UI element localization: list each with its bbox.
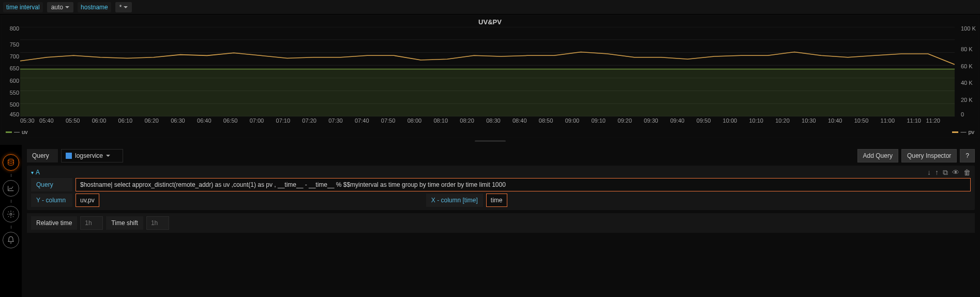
duplicate-icon[interactable]: ⧉ — [943, 169, 948, 176]
var-label-hostname: hostname — [78, 2, 111, 12]
datasource-color-icon — [66, 153, 72, 159]
var-value-text: auto — [51, 4, 63, 11]
chevron-down-icon — [124, 6, 128, 8]
y-axis-right: 100 K80 K60 K40 K20 K0 — [959, 27, 979, 116]
field-label-x: X - column [time] — [426, 194, 483, 207]
var-label-time-interval: time interval — [3, 2, 43, 12]
graph-svg — [20, 27, 955, 116]
legend: — uv — pv — [2, 128, 978, 137]
legend-swatch-pv — [952, 131, 958, 133]
database-icon — [7, 158, 15, 167]
add-query-button[interactable]: Add Query — [857, 149, 898, 162]
query-header[interactable]: ▾ A ↓ ↑ ⧉ 👁 🗑 — [31, 169, 971, 176]
legend-label: pv — [968, 129, 974, 135]
y-axis-left: 800750700650600550500450 — [1, 27, 21, 116]
tab-general[interactable] — [3, 206, 19, 222]
move-down-icon[interactable]: ↓ — [927, 169, 931, 176]
editor-body: Query logservice Add Query Query Inspect… — [22, 145, 980, 297]
legend-label: uv — [22, 129, 28, 135]
time-options-row: Relative time Time shift — [27, 213, 975, 233]
query-inspector-button[interactable]: Query Inspector — [901, 149, 957, 162]
panel-title[interactable]: UV&PV — [2, 16, 978, 27]
relative-time-label: Relative time — [31, 216, 77, 230]
toggle-visibility-icon[interactable]: 👁 — [952, 169, 959, 176]
tab-alert[interactable] — [3, 232, 19, 248]
query-a-block: ▾ A ↓ ↑ ⧉ 👁 🗑 Query $hostname| select ap… — [27, 166, 975, 210]
chevron-down-icon — [65, 6, 69, 8]
delete-icon[interactable]: 🗑 — [963, 169, 971, 176]
svg-point-8 — [8, 159, 14, 161]
legend-item-uv[interactable]: — uv — [6, 129, 28, 135]
field-label-y: Y - column — [31, 194, 72, 207]
relative-time-input[interactable] — [80, 216, 103, 230]
legend-item-pv[interactable]: — pv — [952, 129, 974, 135]
query-label: Query — [27, 149, 58, 162]
x-axis: 05:3005:4005:5006:0006:1006:2006:3006:40… — [20, 117, 955, 128]
field-label-query: Query — [31, 178, 72, 191]
query-input[interactable]: $hostname| select approx_distinct(remote… — [76, 178, 971, 191]
chevron-down-icon — [106, 155, 110, 157]
editor-tabs — [0, 145, 22, 297]
graph-panel: UV&PV 800750700650600550500450 100 K80 K… — [1, 16, 979, 138]
tab-metrics[interactable] — [3, 154, 19, 171]
template-var-row: time interval auto hostname * — [0, 0, 980, 14]
var-value-text: * — [119, 4, 122, 11]
chart-icon — [7, 184, 15, 192]
var-select-time-interval[interactable]: auto — [47, 2, 73, 12]
plot-area[interactable] — [20, 27, 955, 116]
help-button[interactable]: ? — [960, 149, 975, 162]
gear-icon — [7, 210, 15, 218]
move-up-icon[interactable]: ↑ — [935, 169, 939, 176]
chart[interactable]: 800750700650600550500450 100 K80 K60 K40… — [5, 27, 975, 128]
columns-row: Y - column uv,pv X - column [time] time — [31, 194, 971, 207]
var-select-hostname[interactable]: * — [115, 2, 132, 12]
collapse-icon: ▾ — [31, 170, 34, 175]
panel-editor: Query logservice Add Query Query Inspect… — [0, 145, 980, 297]
legend-swatch-uv — [6, 131, 12, 133]
query-letter: A — [36, 169, 40, 176]
query-actions: ↓ ↑ ⧉ 👁 🗑 — [927, 169, 971, 176]
datasource-name: logservice — [75, 152, 103, 159]
datasource-row: Query logservice Add Query Query Inspect… — [27, 149, 975, 162]
datasource-select[interactable]: logservice — [61, 149, 123, 162]
x-column-input[interactable]: time — [486, 194, 507, 207]
time-shift-label: Time shift — [106, 216, 143, 230]
bell-icon — [7, 236, 15, 244]
y-column-input[interactable]: uv,pv — [76, 194, 99, 207]
time-shift-input[interactable] — [146, 216, 169, 230]
svg-point-9 — [10, 213, 12, 215]
tab-axes[interactable] — [3, 180, 19, 197]
query-text-row: Query $hostname| select approx_distinct(… — [31, 178, 971, 191]
resize-handle[interactable] — [0, 139, 980, 143]
